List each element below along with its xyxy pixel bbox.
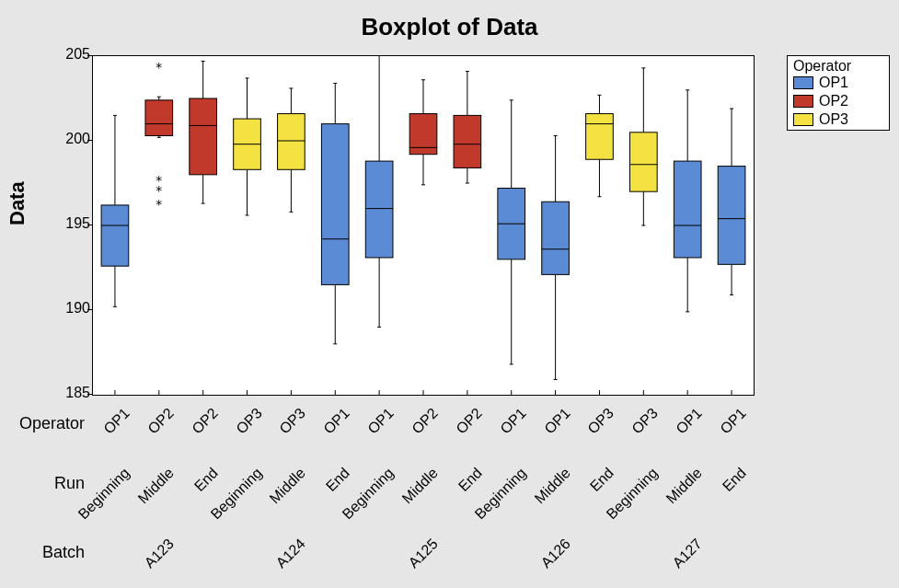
legend-swatch-op2 — [793, 95, 813, 108]
y-tick-mark — [87, 394, 92, 395]
plot-area: **** — [92, 55, 755, 396]
y-tick-label: 200 — [53, 131, 90, 147]
legend-item-op3: OP3 — [788, 111, 889, 130]
y-tick-mark — [87, 140, 92, 141]
svg-rect-78 — [542, 202, 570, 274]
svg-rect-11 — [145, 100, 173, 136]
legend-label-op3: OP3 — [819, 111, 848, 128]
svg-rect-99 — [674, 161, 701, 258]
legend-title: Operator — [788, 56, 889, 75]
chart-title: Boxplot of Data — [0, 13, 899, 41]
svg-text:*: * — [156, 60, 163, 75]
svg-rect-85 — [586, 114, 614, 160]
svg-rect-57 — [409, 114, 437, 155]
legend-label-op1: OP1 — [819, 75, 848, 91]
legend-label-op2: OP2 — [819, 93, 848, 110]
legend-item-op2: OP2 — [788, 93, 889, 111]
y-tick-label: 185 — [53, 385, 90, 401]
svg-rect-64 — [454, 115, 481, 167]
y-axis-label: Data — [6, 181, 29, 225]
legend: Operator OP1 OP2 OP3 — [787, 55, 890, 131]
svg-rect-50 — [365, 161, 393, 258]
y-tick-label: 195 — [53, 215, 90, 232]
y-tick-label: 190 — [53, 300, 90, 317]
chart-container: Boxplot of Data Data **** Operator OP1 O… — [0, 0, 899, 588]
svg-rect-22 — [190, 98, 217, 175]
legend-item-op1: OP1 — [788, 75, 889, 93]
svg-rect-36 — [278, 114, 305, 170]
svg-text:*: * — [156, 173, 163, 188]
y-tick-mark — [87, 309, 92, 310]
y-tick-mark — [87, 55, 92, 56]
svg-rect-106 — [718, 167, 745, 265]
svg-rect-4 — [101, 205, 129, 266]
svg-text:*: * — [156, 197, 163, 212]
svg-rect-92 — [629, 133, 657, 191]
y-tick-mark — [87, 225, 92, 225]
boxplot-svg: **** — [93, 56, 754, 395]
y-tick-label: 205 — [53, 46, 90, 63]
svg-rect-43 — [321, 124, 349, 285]
row-label-operator: Operator — [0, 414, 85, 433]
legend-swatch-op3 — [793, 113, 813, 126]
legend-swatch-op1 — [793, 76, 813, 89]
